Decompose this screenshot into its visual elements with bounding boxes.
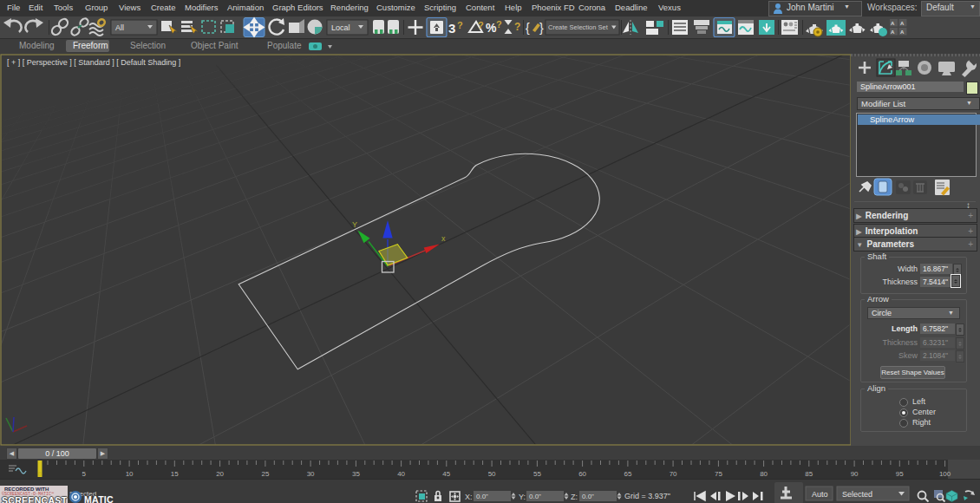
svg-text:0.0": 0.0" <box>529 493 541 500</box>
svg-text:{: { <box>526 21 530 35</box>
svg-text:50: 50 <box>488 470 496 478</box>
svg-text:Z:: Z: <box>571 493 578 501</box>
svg-text:X:: X: <box>465 493 473 501</box>
svg-text:A: A <box>900 21 905 26</box>
svg-text:70: 70 <box>670 470 677 478</box>
svg-text:Create Selection Set: Create Selection Set <box>548 23 609 31</box>
svg-text:20: 20 <box>216 470 224 478</box>
svg-text:100: 100 <box>939 470 951 478</box>
svg-text:Local: Local <box>331 23 350 32</box>
svg-text:15: 15 <box>171 470 179 478</box>
svg-text:80: 80 <box>760 470 768 478</box>
svg-text:?: ? <box>496 19 502 29</box>
svg-text:}: } <box>539 21 544 35</box>
svg-text:Selected: Selected <box>842 490 872 499</box>
svg-text:75: 75 <box>715 470 722 478</box>
svg-text:25: 25 <box>261 470 269 478</box>
svg-text:?: ? <box>514 21 520 33</box>
svg-text:?: ? <box>457 20 463 30</box>
svg-text:?: ? <box>478 20 484 30</box>
svg-text:10: 10 <box>126 470 134 478</box>
svg-text:Grid = 3.937": Grid = 3.937" <box>624 492 670 500</box>
svg-text:[ + ] [ Perspective ] [ Standa: [ + ] [ Perspective ] [ Standard ] [ Def… <box>7 58 180 67</box>
svg-text:90: 90 <box>851 470 859 478</box>
svg-text:35: 35 <box>352 470 360 478</box>
svg-text:60: 60 <box>578 470 586 478</box>
svg-text:55: 55 <box>533 470 541 478</box>
svg-text:All: All <box>115 23 124 32</box>
svg-text:5: 5 <box>82 470 87 478</box>
svg-text:30: 30 <box>307 470 315 478</box>
svg-text:40: 40 <box>397 470 405 478</box>
svg-text:65: 65 <box>624 470 631 478</box>
svg-text:0.0": 0.0" <box>476 493 488 500</box>
svg-text:A: A <box>891 29 895 35</box>
svg-text:Y:: Y: <box>519 493 526 501</box>
svg-text:85: 85 <box>805 470 813 478</box>
svg-text:x: x <box>441 234 446 243</box>
svg-text:Auto: Auto <box>812 490 828 499</box>
svg-text:A: A <box>891 21 895 26</box>
svg-text:45: 45 <box>442 470 450 478</box>
svg-text:95: 95 <box>896 470 904 478</box>
svg-text:A: A <box>900 29 905 35</box>
svg-text:0.0": 0.0" <box>582 493 594 500</box>
svg-text:3: 3 <box>448 21 455 36</box>
svg-text:Y: Y <box>352 220 357 229</box>
svg-text:0: 0 <box>38 470 42 478</box>
